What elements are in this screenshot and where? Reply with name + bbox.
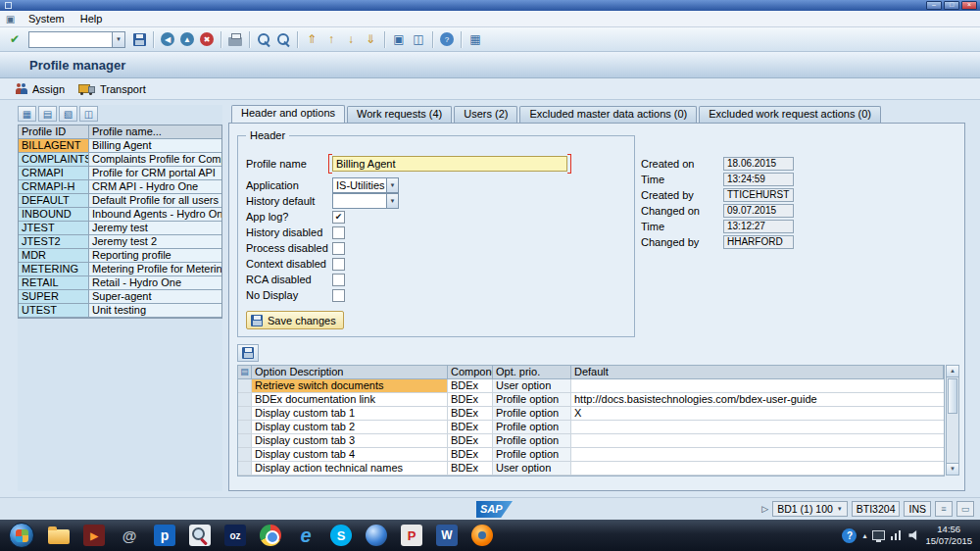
oz-app-icon[interactable]: oz: [218, 521, 253, 550]
option-default-cell[interactable]: http://docs.basistechnologies.com/bdex-u…: [571, 393, 944, 407]
profile-id-cell[interactable]: DEFAULT: [19, 194, 89, 208]
row-select-cell[interactable]: [238, 448, 252, 462]
filter-icon[interactable]: ▧: [59, 106, 77, 122]
transport-button[interactable]: Transport: [78, 83, 146, 95]
option-component-cell[interactable]: BDEx: [448, 462, 493, 476]
tab[interactable]: Excluded master data actions (0): [519, 106, 697, 123]
option-row[interactable]: Display custom tab 3BDExProfile option: [238, 434, 944, 448]
option-row[interactable]: Retrieve switch documentsBDExUser option: [238, 379, 944, 393]
profile-id-cell[interactable]: COMPLAINTS: [19, 153, 89, 167]
history-default-dropdown-icon[interactable]: [386, 193, 399, 209]
swirl-app-icon[interactable]: @: [112, 521, 147, 550]
save-changes-button[interactable]: Save changes: [246, 311, 344, 329]
profile-id-cell[interactable]: SUPER: [19, 290, 89, 304]
table-select-icon[interactable]: [238, 366, 252, 379]
option-description-cell[interactable]: Display custom tab 3: [252, 434, 448, 448]
response-time-icon[interactable]: ≡: [935, 501, 953, 517]
option-description-cell[interactable]: Display custom tab 2: [252, 421, 448, 434]
profile-name-cell[interactable]: Super-agent: [89, 290, 221, 304]
customize-layout-icon[interactable]: ▦: [466, 29, 485, 49]
option-default-cell[interactable]: [571, 379, 944, 393]
back-icon[interactable]: ◀: [158, 29, 177, 49]
profile-id-cell[interactable]: JTEST: [19, 222, 89, 235]
next-page-icon[interactable]: ↓: [341, 29, 361, 49]
profile-row[interactable]: DEFAULTDefault Profile for all users: [19, 194, 221, 208]
option-row[interactable]: Display action technical namesBDExUser o…: [238, 462, 944, 476]
priority-header[interactable]: Opt. prio.: [493, 366, 571, 379]
option-description-header[interactable]: Option Description: [252, 366, 448, 379]
option-description-cell[interactable]: Display custom tab 1: [252, 407, 448, 421]
checkbox[interactable]: [332, 226, 345, 239]
option-description-cell[interactable]: Retrieve switch documents: [252, 379, 448, 393]
profile-row[interactable]: UTESTUnit testing: [19, 304, 221, 318]
tab[interactable]: Excluded work request actions (0): [699, 106, 881, 123]
help-icon[interactable]: ?: [842, 528, 857, 543]
profile-row[interactable]: SUPERSuper-agent: [19, 290, 221, 304]
assign-button[interactable]: Assign: [16, 83, 65, 95]
export-icon[interactable]: ◫: [79, 106, 98, 122]
chrome-icon[interactable]: [253, 521, 288, 550]
profile-name-header[interactable]: Profile name...: [89, 125, 221, 139]
option-default-cell[interactable]: [571, 448, 944, 462]
create-shortcut-icon[interactable]: ◫: [409, 29, 428, 49]
profile-row[interactable]: BILLAGENTBilling Agent: [19, 139, 221, 153]
profile-row[interactable]: COMPLAINTSComplaints Profile for Compla: [19, 153, 221, 167]
scroll-thumb[interactable]: [948, 378, 957, 414]
sort-icon[interactable]: ▤: [38, 106, 57, 122]
option-priority-cell[interactable]: Profile option: [493, 407, 571, 421]
profile-name-cell[interactable]: Billing Agent: [89, 139, 221, 153]
profile-row[interactable]: INBOUNDInbound Agents - Hydro One: [19, 208, 221, 222]
firefox-icon[interactable]: [465, 521, 500, 550]
profile-name-cell[interactable]: Unit testing: [89, 304, 221, 318]
close-button[interactable]: ×: [961, 1, 977, 10]
command-dropdown-icon[interactable]: [113, 31, 125, 48]
profile-row[interactable]: RETAILRetail - Hydro One: [19, 276, 221, 290]
profile-name-cell[interactable]: Jeremy test: [89, 222, 221, 235]
connection-icon[interactable]: ▭: [956, 501, 974, 517]
history-default-dropdown[interactable]: [332, 193, 399, 209]
system-dropdown-icon[interactable]: [837, 506, 843, 512]
option-component-cell[interactable]: BDEx: [448, 448, 493, 462]
insert-mode-box[interactable]: INS: [904, 501, 931, 517]
system-info-box[interactable]: BD1 (1) 100: [772, 501, 848, 517]
print-icon[interactable]: [225, 29, 245, 49]
option-default-cell[interactable]: X: [571, 407, 944, 421]
profile-row[interactable]: CRMAPI-HCRM API - Hydro One: [19, 180, 221, 194]
restore-button[interactable]: □: [944, 1, 959, 10]
ie-icon[interactable]: e: [288, 521, 323, 550]
option-priority-cell[interactable]: User option: [493, 462, 571, 476]
profile-row[interactable]: JTEST2Jeremy test 2: [19, 235, 221, 249]
option-row[interactable]: Display custom tab 1BDExProfile optionX: [238, 407, 944, 421]
option-priority-cell[interactable]: Profile option: [493, 448, 571, 462]
profile-name-cell[interactable]: Metering Profile for Metering: [89, 263, 221, 276]
option-priority-cell[interactable]: Profile option: [493, 434, 571, 448]
word-icon[interactable]: W: [429, 521, 465, 550]
checkbox[interactable]: [332, 211, 345, 224]
profile-row[interactable]: CRMAPIProfile for CRM portal API: [19, 167, 221, 180]
volume-icon[interactable]: [908, 530, 919, 540]
option-priority-cell[interactable]: Profile option: [493, 393, 571, 407]
profile-id-cell[interactable]: RETAIL: [19, 276, 89, 290]
option-description-cell[interactable]: Display custom tab 4: [252, 448, 448, 462]
profile-id-cell[interactable]: CRMAPI: [19, 167, 89, 180]
profile-id-cell[interactable]: INBOUND: [19, 208, 89, 222]
last-page-icon[interactable]: ⇓: [361, 29, 380, 49]
profile-id-cell[interactable]: METERING: [19, 263, 89, 276]
option-description-cell[interactable]: BDEx documentation link: [252, 393, 448, 407]
profile-id-cell[interactable]: BILLAGENT: [19, 139, 89, 153]
profile-id-cell[interactable]: CRMAPI-H: [19, 180, 89, 194]
option-description-cell[interactable]: Display action technical names: [252, 462, 448, 476]
application-dropdown-icon[interactable]: [386, 177, 399, 193]
profile-name-cell[interactable]: Jeremy test 2: [89, 235, 221, 249]
status-expand-icon[interactable]: [761, 504, 768, 514]
option-default-cell[interactable]: [571, 421, 944, 434]
exit-icon[interactable]: ▲: [177, 29, 197, 49]
help-icon[interactable]: ?: [437, 29, 457, 49]
checkbox[interactable]: [332, 289, 345, 302]
profile-name-cell[interactable]: Complaints Profile for Compla: [89, 153, 221, 167]
search-tool-icon[interactable]: [182, 521, 218, 550]
profile-id-cell[interactable]: JTEST2: [19, 235, 89, 249]
first-page-icon[interactable]: ⇑: [302, 29, 321, 49]
save-icon[interactable]: [129, 29, 149, 49]
profile-name-input[interactable]: [332, 156, 567, 172]
